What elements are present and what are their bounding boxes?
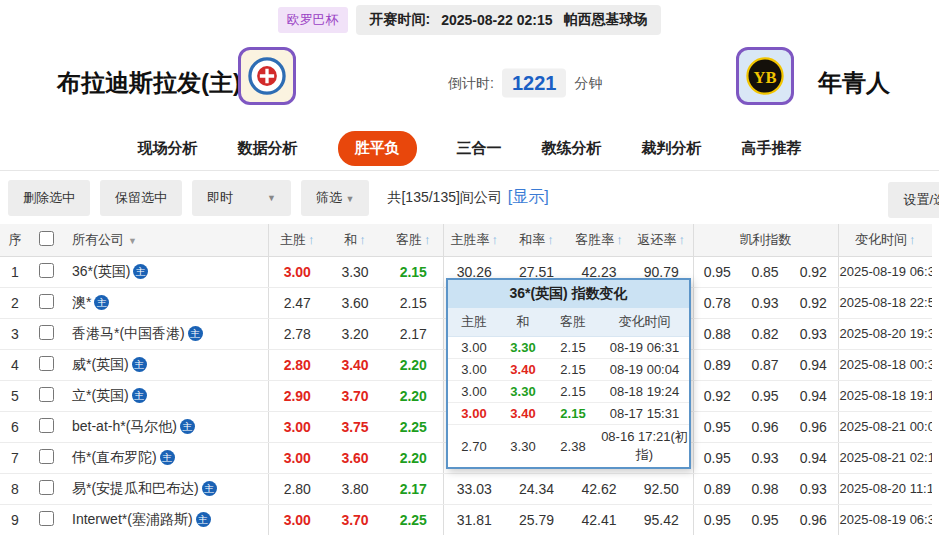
tab-win-draw-lose[interactable]: 胜平负 — [338, 131, 417, 166]
col-draw-rate[interactable]: 和率↑ — [505, 224, 568, 256]
company-name[interactable]: 伟*(直布罗陀)主 — [62, 442, 268, 473]
draw-odds[interactable]: 3.30 — [326, 256, 384, 287]
away-odds[interactable]: 2.15 — [384, 256, 443, 287]
select-all-checkbox[interactable] — [39, 231, 54, 246]
company-name[interactable]: 立*(英国)主 — [62, 380, 268, 411]
draw-odds[interactable]: 3.75 — [326, 411, 384, 442]
row-checkbox[interactable] — [39, 480, 54, 495]
tab-coach-analysis[interactable]: 教练分析 — [542, 139, 602, 158]
home-odds[interactable]: 2.80 — [268, 473, 326, 504]
table-row[interactable]: 8 易*(安提瓜和巴布达)主 2.80 3.80 2.17 33.03 24.3… — [0, 473, 932, 504]
chevron-down-icon: ▼ — [267, 193, 276, 203]
company-name[interactable]: 易*(安提瓜和巴布达)主 — [62, 473, 268, 504]
home-odds[interactable]: 3.00 — [268, 442, 326, 473]
home-badge-icon: 主 — [188, 326, 203, 341]
company-name[interactable]: 澳*主 — [62, 287, 268, 318]
col-away-rate[interactable]: 客胜率↑ — [568, 224, 630, 256]
kelly-away: 0.96 — [789, 504, 838, 535]
kelly-draw: 0.85 — [741, 256, 789, 287]
delete-selected-button[interactable]: 删除选中 — [8, 180, 90, 216]
row-checkbox[interactable] — [39, 449, 54, 464]
popup-change-time: 08-19 00:04 — [600, 359, 689, 381]
draw-odds[interactable]: 3.60 — [326, 287, 384, 318]
tab-referee-analysis[interactable]: 裁判分析 — [642, 139, 702, 158]
home-badge-icon: 主 — [132, 357, 147, 372]
away-odds[interactable]: 2.20 — [384, 349, 443, 380]
settings-button[interactable]: 设置/选 — [888, 182, 939, 218]
away-odds[interactable]: 2.20 — [384, 380, 443, 411]
col-away-odds[interactable]: 客胜↑ — [384, 224, 443, 256]
home-odds[interactable]: 3.00 — [268, 256, 326, 287]
col-home-odds[interactable]: 主胜↑ — [268, 224, 326, 256]
company-name[interactable]: 香港马*(中国香港)主 — [62, 318, 268, 349]
col-company[interactable]: 所有公司▼ — [62, 224, 268, 256]
row-checkbox-cell — [30, 442, 62, 473]
away-odds[interactable]: 2.25 — [384, 411, 443, 442]
home-odds[interactable]: 3.00 — [268, 504, 326, 535]
away-odds[interactable]: 2.20 — [384, 442, 443, 473]
col-change-time[interactable]: 变化时间↑ — [838, 224, 932, 256]
draw-odds[interactable]: 3.70 — [326, 504, 384, 535]
row-checkbox[interactable] — [39, 418, 54, 433]
table-row[interactable]: 9 Interwet*(塞浦路斯)主 3.00 3.70 2.25 31.81 … — [0, 504, 932, 535]
away-odds[interactable]: 2.25 — [384, 504, 443, 535]
draw-odds[interactable]: 3.80 — [326, 473, 384, 504]
home-odds[interactable]: 2.78 — [268, 318, 326, 349]
live-dropdown[interactable]: 即时▼ — [192, 180, 291, 216]
tab-three-in-one[interactable]: 三合一 — [457, 139, 502, 158]
row-checkbox[interactable] — [39, 511, 54, 526]
venue-name: 帕西恩基球场 — [563, 11, 647, 29]
draw-odds[interactable]: 3.60 — [326, 442, 384, 473]
tab-expert-picks[interactable]: 高手推荐 — [742, 139, 802, 158]
popup-away-odds: 2.15 — [546, 337, 600, 359]
home-badge-icon: 主 — [196, 512, 211, 527]
row-checkbox[interactable] — [39, 263, 54, 278]
kelly-away: 0.93 — [789, 318, 838, 349]
away-odds[interactable]: 2.17 — [384, 473, 443, 504]
kelly-draw: 0.82 — [741, 318, 789, 349]
keep-selected-button[interactable]: 保留选中 — [100, 180, 182, 216]
home-team-logo — [238, 47, 296, 105]
home-odds[interactable]: 2.80 — [268, 349, 326, 380]
tab-data-analysis[interactable]: 数据分析 — [238, 139, 298, 158]
kelly-home: 0.95 — [693, 256, 741, 287]
draw-odds[interactable]: 3.20 — [326, 318, 384, 349]
draw-rate: 24.34 — [505, 473, 568, 504]
draw-odds[interactable]: 3.40 — [326, 349, 384, 380]
col-draw-odds[interactable]: 和↑ — [326, 224, 384, 256]
row-checkbox[interactable] — [39, 387, 54, 402]
draw-odds[interactable]: 3.70 — [326, 380, 384, 411]
home-odds[interactable]: 2.90 — [268, 380, 326, 411]
company-name[interactable]: 威*(英国)主 — [62, 349, 268, 380]
tab-live-analysis[interactable]: 现场分析 — [138, 139, 198, 158]
change-time: 2025-08-20 11:14 — [838, 473, 932, 504]
popup-draw-odds: 3.30 — [500, 425, 546, 468]
company-name[interactable]: bet-at-h*(马尔他)主 — [62, 411, 268, 442]
popup-change-time: 08-19 06:31 — [600, 337, 689, 359]
col-payout-rate[interactable]: 返还率↑ — [630, 224, 693, 256]
popup-change-time: 08-18 19:24 — [600, 381, 689, 403]
row-index: 4 — [0, 349, 30, 380]
league-badge[interactable]: 欧罗巴杯 — [278, 7, 348, 33]
company-name[interactable]: Interwet*(塞浦路斯)主 — [62, 504, 268, 535]
home-odds[interactable]: 3.00 — [268, 411, 326, 442]
show-link[interactable]: [显示] — [508, 187, 549, 208]
sort-asc-icon: ↑ — [679, 232, 686, 247]
row-checkbox[interactable] — [39, 325, 54, 340]
home-badge-icon: 主 — [180, 419, 195, 434]
row-index: 6 — [0, 411, 30, 442]
away-odds[interactable]: 2.17 — [384, 318, 443, 349]
sort-asc-icon: ↑ — [359, 232, 366, 247]
popup-col-time: 变化时间 — [600, 308, 689, 337]
row-checkbox[interactable] — [39, 294, 54, 309]
row-checkbox-cell — [30, 318, 62, 349]
popup-home-odds: 3.00 — [448, 403, 500, 425]
row-checkbox[interactable] — [39, 356, 54, 371]
kelly-home: 0.88 — [693, 318, 741, 349]
home-odds[interactable]: 2.47 — [268, 287, 326, 318]
sort-asc-icon: ↑ — [424, 232, 431, 247]
filter-dropdown[interactable]: 筛选 ▼ — [301, 180, 370, 216]
col-home-rate[interactable]: 主胜率↑ — [443, 224, 505, 256]
company-name[interactable]: 36*(英国)主 — [62, 256, 268, 287]
away-odds[interactable]: 2.15 — [384, 287, 443, 318]
